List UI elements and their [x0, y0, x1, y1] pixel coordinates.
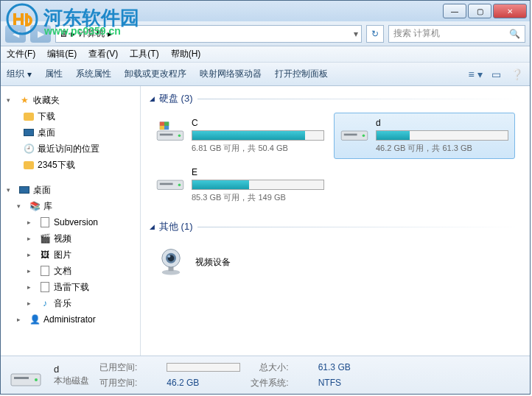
sidebar-item-label: Subversion	[54, 217, 98, 227]
status-used-val	[167, 363, 240, 372]
sidebar-item-desktop[interactable]: 桌面	[1, 124, 140, 141]
group-disks[interactable]: ◢ 硬盘 (3)	[150, 92, 521, 105]
status-used-key: 已用空间:	[99, 361, 137, 374]
music-icon: ♪	[39, 297, 51, 309]
sidebar-desktop-root[interactable]: ▾ 桌面	[1, 182, 140, 198]
sidebar-item-downloads[interactable]: 下载	[1, 108, 140, 124]
device-label: 视频设备	[195, 256, 231, 269]
collapse-icon: ▾	[7, 96, 15, 104]
expand-icon: ▸	[27, 267, 36, 275]
status-name-block: d 本地磁盘	[54, 364, 89, 387]
status-fs-val: NTFS	[318, 378, 351, 388]
menu-view[interactable]: 查看(V)	[88, 48, 118, 60]
expand-icon: ▸	[27, 235, 36, 242]
toolbar-map-drive[interactable]: 映射网络驱动器	[200, 68, 262, 80]
sidebar-item-documents[interactable]: ▸文档	[1, 263, 140, 279]
sidebar-item-pictures[interactable]: ▸🖼图片	[1, 247, 140, 263]
menu-tools[interactable]: 工具(T)	[130, 48, 158, 60]
status-details: 已用空间: 可用空间: 46.2 GB	[99, 361, 240, 389]
svg-point-22	[35, 378, 38, 381]
video-icon: 🎬	[39, 233, 51, 244]
menu-edit[interactable]: 编辑(E)	[47, 48, 77, 60]
expand-icon: ▸	[17, 316, 26, 323]
recent-icon: 🕘	[23, 143, 35, 155]
group-other[interactable]: ◢ 其他 (1)	[150, 220, 521, 233]
folder-icon	[24, 161, 34, 169]
chevron-down-icon: ▾	[27, 69, 32, 79]
collapse-icon: ◢	[150, 223, 155, 230]
doc-icon	[41, 266, 49, 276]
drive-free-text: 46.2 GB 可用，共 61.3 GB	[376, 143, 510, 154]
sidebar-item-label: 图片	[54, 249, 71, 261]
drive-icon	[8, 361, 43, 390]
address-dropdown-icon[interactable]: ▾	[354, 29, 358, 39]
desktop-icon	[19, 186, 29, 194]
camera-icon	[155, 247, 186, 277]
library-icon: 📚	[29, 200, 41, 212]
menu-file[interactable]: 文件(F)	[7, 48, 35, 60]
preview-pane-icon[interactable]: ▭	[489, 67, 503, 82]
menubar: 文件(F) 编辑(E) 查看(V) 工具(T) 帮助(H)	[1, 46, 530, 63]
close-button[interactable]: ✕	[493, 4, 527, 18]
drive-C[interactable]: C6.81 GB 可用，共 50.4 GB	[150, 113, 331, 159]
search-placeholder: 搜索 计算机	[393, 27, 440, 40]
folder-icon	[24, 113, 34, 121]
svg-rect-21	[14, 377, 29, 379]
toolbar-uninstall[interactable]: 卸载或更改程序	[125, 68, 186, 80]
refresh-button[interactable]: ↻	[366, 25, 384, 43]
svg-rect-12	[160, 183, 173, 185]
drive-usage-bar	[192, 180, 324, 190]
drive-usage-bar	[192, 130, 324, 141]
sidebar-favorites[interactable]: ▾ ★ 收藏夹	[1, 92, 140, 108]
search-icon: 🔍	[509, 29, 520, 39]
toolbar-properties[interactable]: 属性	[45, 68, 63, 80]
menu-help[interactable]: 帮助(H)	[171, 48, 201, 60]
minimize-button[interactable]: —	[443, 4, 466, 18]
sidebar-libraries[interactable]: ▾ 📚 库	[1, 198, 140, 214]
sidebar-item-2345[interactable]: 2345下载	[1, 157, 140, 173]
drive-icon	[339, 118, 370, 144]
sidebar-item-label: 2345下载	[38, 159, 75, 172]
user-icon: 👤	[29, 314, 41, 325]
sidebar-item-admin[interactable]: ▸👤Administrator	[1, 311, 140, 328]
group-label: 其他 (1)	[159, 220, 193, 233]
expand-icon: ▸	[27, 251, 36, 258]
svg-rect-5	[160, 122, 164, 126]
sidebar-item-subversion[interactable]: ▸Subversion	[1, 214, 140, 230]
svg-rect-2	[160, 134, 173, 136]
sidebar-item-music[interactable]: ▸♪音乐	[1, 295, 140, 311]
sidebar-item-video[interactable]: ▸🎬视频	[1, 230, 140, 247]
expand-icon: ▸	[27, 283, 36, 291]
drive-icon	[155, 167, 186, 194]
search-input[interactable]: 搜索 计算机 🔍	[388, 25, 525, 43]
sidebar: ▾ ★ 收藏夹 下载 桌面 🕘最近访问的位置 2345下载 ▾ 桌面 ▾ 📚 库…	[1, 86, 141, 356]
sidebar-item-label: 库	[43, 200, 52, 213]
drive-icon	[155, 118, 186, 144]
status-details-2: 总大小: 61.3 GB 文件系统: NTFS	[251, 361, 350, 389]
statusbar: d 本地磁盘 已用空间: 可用空间: 46.2 GB 总大小: 61.3 GB …	[1, 356, 530, 394]
svg-point-10	[363, 134, 365, 137]
organize-button[interactable]: 组织 ▾	[7, 68, 32, 80]
explorer-window: — ▢ ✕ ◀ ▶ 🖥 ▸ 计算机 ▸ ▾ ↻ 搜索 计算机 🔍 文件(F) 编…	[0, 0, 531, 395]
status-total-key: 总大小:	[251, 361, 288, 374]
star-icon: ★	[18, 94, 30, 106]
view-options-icon[interactable]: ≡ ▾	[468, 67, 483, 82]
svg-point-13	[178, 183, 181, 186]
sidebar-item-label: 收藏夹	[33, 94, 60, 107]
sidebar-item-xunlei[interactable]: ▸迅雷下载	[1, 279, 140, 295]
device-video[interactable]: 视频设备	[150, 241, 521, 283]
watermark-url: www.pc0359.cn	[44, 25, 121, 37]
svg-point-19	[168, 255, 171, 258]
toolbar-system-properties[interactable]: 系统属性	[76, 68, 111, 80]
sidebar-item-recent[interactable]: 🕘最近访问的位置	[1, 141, 140, 157]
toolbar-control-panel[interactable]: 打开控制面板	[275, 68, 328, 80]
expand-icon: ▸	[27, 300, 36, 307]
collapse-icon: ▾	[17, 202, 26, 210]
drive-E[interactable]: E85.3 GB 可用，共 149 GB	[150, 162, 331, 208]
sidebar-item-label: Administrator	[43, 314, 96, 325]
drive-d[interactable]: d46.2 GB 可用，共 61.3 GB	[334, 113, 515, 159]
drives-list: C6.81 GB 可用，共 50.4 GBd46.2 GB 可用，共 61.3 …	[150, 113, 521, 208]
help-icon[interactable]: ❔	[509, 67, 524, 82]
expand-icon: ▸	[27, 219, 36, 226]
maximize-button[interactable]: ▢	[468, 4, 491, 18]
